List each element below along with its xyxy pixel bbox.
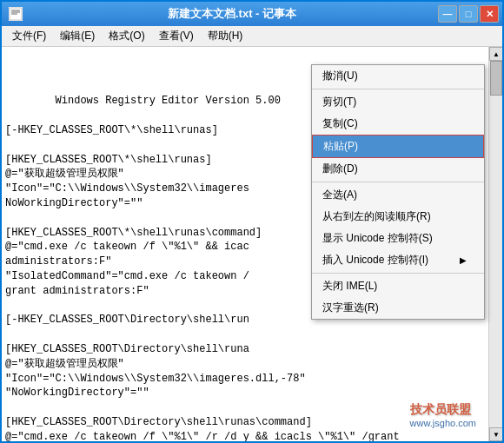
title-bar: 新建文本文档.txt - 记事本 — □ ✕ bbox=[2, 2, 502, 26]
scrollbar[interactable]: ▲ ▼ bbox=[488, 47, 502, 441]
watermark-line2: www.jsgho.com bbox=[410, 418, 476, 428]
ctx-cut[interactable]: 剪切(T) bbox=[312, 91, 484, 113]
watermark-line1: 技术员联盟 bbox=[410, 402, 476, 418]
window-controls: — □ ✕ bbox=[438, 5, 499, 23]
submenu-arrow: ▶ bbox=[460, 255, 467, 265]
watermark: 技术员联盟 www.jsgho.com bbox=[410, 402, 476, 428]
ctx-copy[interactable]: 复制(C) bbox=[312, 113, 484, 135]
menu-bar: 文件(F) 编辑(E) 格式(O) 查看(V) 帮助(H) bbox=[2, 26, 502, 47]
minimize-button[interactable]: — bbox=[438, 5, 457, 23]
ctx-undo[interactable]: 撤消(U) bbox=[312, 65, 484, 87]
ctx-paste[interactable]: 粘贴(P) bbox=[312, 135, 484, 158]
ctx-sep-1 bbox=[312, 89, 484, 89]
ctx-close-ime[interactable]: 关闭 IME(L) bbox=[312, 275, 484, 297]
ctx-insert-unicode[interactable]: 插入 Unicode 控制符(I) ▶ bbox=[312, 249, 484, 271]
scroll-up-button[interactable]: ▲ bbox=[489, 47, 502, 61]
close-button[interactable]: ✕ bbox=[480, 5, 499, 23]
scroll-track[interactable] bbox=[489, 61, 502, 427]
scroll-thumb[interactable] bbox=[490, 61, 502, 96]
menu-edit[interactable]: 编辑(E) bbox=[53, 27, 102, 45]
ctx-sep-2 bbox=[312, 182, 484, 182]
ctx-show-unicode[interactable]: 显示 Unicode 控制符(S) bbox=[312, 228, 484, 249]
scroll-down-button[interactable]: ▼ bbox=[489, 427, 502, 441]
context-menu: 撤消(U) 剪切(T) 复制(C) 粘贴(P) 删除(D) 全选(A) 从右到左… bbox=[311, 64, 485, 320]
content-area: Windows Registry Editor Version 5.00 [-H… bbox=[2, 47, 502, 441]
maximize-button[interactable]: □ bbox=[459, 5, 478, 23]
ctx-reconvert[interactable]: 汉字重选(R) bbox=[312, 297, 484, 319]
window-title: 新建文本文档.txt - 记事本 bbox=[26, 6, 438, 22]
ctx-selectall[interactable]: 全选(A) bbox=[312, 184, 484, 206]
menu-format[interactable]: 格式(O) bbox=[102, 27, 151, 45]
app-icon bbox=[9, 7, 23, 21]
ctx-delete[interactable]: 删除(D) bbox=[312, 158, 484, 180]
ctx-sep-3 bbox=[312, 273, 484, 274]
menu-help[interactable]: 帮助(H) bbox=[201, 27, 250, 45]
ctx-rtol[interactable]: 从右到左的阅读顺序(R) bbox=[312, 206, 484, 228]
main-window: 新建文本文档.txt - 记事本 — □ ✕ 文件(F) 编辑(E) 格式(O)… bbox=[0, 0, 504, 443]
menu-view[interactable]: 查看(V) bbox=[152, 27, 201, 45]
menu-file[interactable]: 文件(F) bbox=[5, 27, 53, 45]
